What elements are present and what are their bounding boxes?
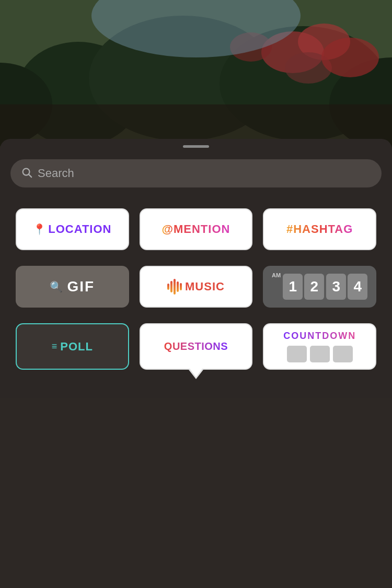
sticker-location[interactable]: 📍 LOCATION	[16, 208, 129, 250]
mention-label: @MENTION	[162, 222, 230, 236]
time-hour-tens: 1	[283, 274, 303, 300]
sticker-music[interactable]: MUSIC	[140, 266, 253, 308]
sticker-poll[interactable]: ≡ POLL	[16, 323, 129, 370]
mention-word: MENTION	[174, 222, 230, 236]
sticker-mention[interactable]: @MENTION	[140, 208, 253, 250]
at-sign: @	[162, 222, 174, 236]
search-icon	[21, 167, 32, 180]
location-pin-icon: 📍	[33, 223, 46, 236]
time-minute-tens: 3	[326, 274, 346, 300]
countdown-block-1	[287, 346, 307, 362]
poll-lines-icon: ≡	[52, 341, 57, 352]
time-am-label: AM	[272, 272, 281, 278]
questions-label: QUESTIONS	[164, 340, 228, 352]
sticker-time[interactable]: AM 1 2 3 4	[263, 266, 376, 308]
svg-line-14	[29, 174, 31, 177]
search-input[interactable]	[38, 167, 371, 180]
music-waveform-icon	[167, 279, 182, 295]
questions-tail	[190, 369, 202, 377]
background-foliage	[0, 0, 392, 151]
time-hour-group: 1 2	[283, 274, 324, 300]
hashtag-label: #HASHTAG	[286, 222, 353, 236]
countdown-blocks	[287, 346, 353, 362]
search-svg	[21, 167, 32, 178]
drag-handle[interactable]	[183, 145, 209, 148]
gif-search-icon: 🔍	[50, 280, 63, 293]
gif-label: GIF	[67, 278, 95, 295]
time-minute-ones: 4	[348, 274, 367, 300]
time-minute-group: 3 4	[326, 274, 367, 300]
sticker-grid: 📍 LOCATION @MENTION #HASHTAG 🔍 GIF	[10, 208, 382, 370]
music-label: MUSIC	[185, 280, 225, 293]
countdown-block-2	[310, 346, 330, 362]
countdown-block-3	[333, 346, 353, 362]
sticker-questions[interactable]: QUESTIONS	[140, 323, 253, 370]
bottom-sheet: 📍 LOCATION @MENTION #HASHTAG 🔍 GIF	[0, 139, 392, 588]
time-hour-ones: 2	[304, 274, 324, 300]
sticker-gif[interactable]: 🔍 GIF	[16, 266, 129, 308]
search-bar[interactable]	[10, 159, 382, 187]
poll-label: POLL	[60, 340, 93, 354]
svg-point-9	[321, 38, 379, 77]
sticker-hashtag[interactable]: #HASHTAG	[263, 208, 376, 250]
countdown-label: COUNTDOWN	[283, 331, 356, 342]
sticker-countdown[interactable]: COUNTDOWN	[263, 323, 376, 370]
location-label: LOCATION	[48, 222, 111, 236]
